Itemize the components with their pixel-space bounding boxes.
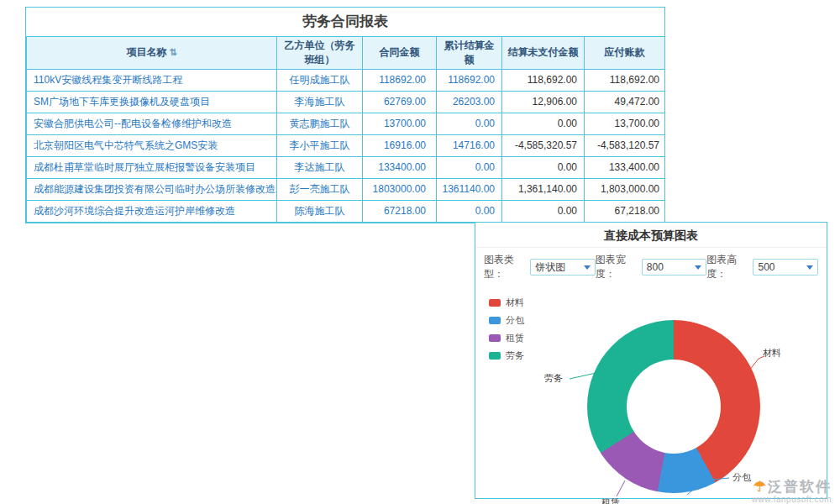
project-name-cell[interactable]: 北京朝阳区电气中芯特气系统之GMS安装 bbox=[27, 134, 277, 156]
contract-amount-cell: 62769.00 bbox=[363, 91, 437, 113]
unit-cell[interactable]: 黄志鹏施工队 bbox=[277, 113, 363, 134]
contract-amount-cell: 118692.00 bbox=[363, 69, 437, 91]
unpaid-amount-cell: 0.00 bbox=[502, 113, 585, 134]
column-header-project[interactable]: 项目名称⇅ bbox=[27, 37, 277, 70]
chart-type-select[interactable]: 饼状图 bbox=[530, 259, 596, 276]
unpaid-amount-cell: -4,585,320.57 bbox=[502, 134, 585, 156]
payable-cell: 133,400.00 bbox=[585, 156, 665, 178]
legend-swatch bbox=[489, 334, 501, 342]
donut-hole bbox=[627, 360, 721, 454]
chart-width-select[interactable]: 800 bbox=[642, 259, 707, 276]
legend-label: 材料 bbox=[506, 297, 524, 309]
column-header-payable: 应付账款 bbox=[585, 37, 665, 70]
legend-label: 劳务 bbox=[506, 349, 524, 362]
contract-amount-cell: 1803000.00 bbox=[363, 178, 437, 200]
unpaid-amount-cell: 0.00 bbox=[502, 200, 585, 222]
legend-item[interactable]: 租赁 bbox=[489, 332, 524, 344]
column-header-settled-amount: 累计结算金额 bbox=[437, 37, 502, 70]
legend-item[interactable]: 劳务 bbox=[489, 349, 524, 362]
slice-label-labor: 劳务 bbox=[544, 372, 563, 385]
column-header-contract-amount: 合同金额 bbox=[363, 37, 437, 70]
chart-type-value: 饼状图 bbox=[535, 260, 565, 275]
unit-cell[interactable]: 彭一亮施工队 bbox=[277, 178, 363, 200]
table-row: 110kV安徽线程集变开断线路工程任明成施工队118692.00118692.0… bbox=[27, 69, 665, 91]
brand-url: www.fanpusoft.com bbox=[752, 495, 832, 504]
chart-width-value: 800 bbox=[647, 261, 664, 273]
settled-amount-cell: 0.00 bbox=[437, 200, 502, 222]
chart-legend: 材料分包租赁劳务 bbox=[489, 297, 524, 367]
chart-type-control: 图表类型： 饼状图 bbox=[484, 253, 596, 281]
settled-amount-cell: 1361140.00 bbox=[437, 178, 502, 200]
chart-width-label: 图表宽度： bbox=[596, 253, 640, 281]
chart-controls: 图表类型： 饼状图 图表宽度： 800 图表高度： 500 bbox=[475, 248, 827, 285]
payable-cell: 67,218.00 bbox=[585, 200, 665, 222]
table-header-row: 项目名称⇅ 乙方单位（劳务班组） 合同金额 累计结算金额 结算未支付金额 应付账… bbox=[27, 37, 665, 70]
unit-cell[interactable]: 陈海施工队 bbox=[277, 200, 363, 222]
sort-icon[interactable]: ⇅ bbox=[169, 47, 176, 57]
table-row: 安徽合肥供电公司--配电设备检修维护和改造黄志鹏施工队13700.000.000… bbox=[27, 113, 665, 134]
table-row: 成都杜甫草堂临时展厅独立展柜报警设备安装项目李达施工队133400.000.00… bbox=[27, 156, 665, 178]
payable-cell: -4,583,120.57 bbox=[585, 134, 665, 156]
column-header-label: 项目名称 bbox=[126, 46, 166, 58]
column-header-unit: 乙方单位（劳务班组） bbox=[277, 37, 363, 70]
unit-cell[interactable]: 李小平施工队 bbox=[277, 134, 363, 156]
report-table: 项目名称⇅ 乙方单位（劳务班组） 合同金额 累计结算金额 结算未支付金额 应付账… bbox=[26, 36, 665, 223]
umbrella-logo-icon: ☂ bbox=[753, 479, 766, 495]
settled-amount-cell: 118692.00 bbox=[437, 69, 502, 91]
settled-amount-cell: 26203.00 bbox=[437, 91, 502, 113]
column-header-unpaid-amount: 结算未支付金额 bbox=[502, 37, 585, 70]
project-name-cell[interactable]: 成都杜甫草堂临时展厅独立展柜报警设备安装项目 bbox=[27, 156, 277, 178]
labor-contract-report-panel: 劳务合同报表 项目名称⇅ 乙方单位（劳务班组） 合同金额 累计结算金额 结算未支… bbox=[25, 7, 665, 223]
legend-swatch bbox=[489, 352, 501, 360]
brand-watermark: ☂泛普软件 www.fanpusoft.com bbox=[752, 480, 832, 504]
label-line bbox=[617, 480, 625, 496]
legend-label: 分包 bbox=[506, 314, 524, 327]
chevron-down-icon bbox=[584, 265, 591, 270]
unit-cell[interactable]: 任明成施工队 bbox=[277, 69, 363, 91]
unit-cell[interactable]: 李达施工队 bbox=[277, 156, 363, 178]
brand-text: 泛普软件 bbox=[768, 479, 832, 495]
settled-amount-cell: 14716.00 bbox=[437, 134, 502, 156]
chart-height-label: 图表高度： bbox=[706, 253, 751, 281]
payable-cell: 49,472.00 bbox=[585, 91, 665, 113]
table-row: SM广场地下车库更换摄像机及硬盘项目李海施工队62769.0026203.001… bbox=[27, 91, 665, 113]
legend-label: 租赁 bbox=[506, 332, 524, 344]
contract-amount-cell: 16916.00 bbox=[363, 134, 437, 156]
settled-amount-cell: 0.00 bbox=[437, 113, 502, 134]
report-table-body: 110kV安徽线程集变开断线路工程任明成施工队118692.00118692.0… bbox=[27, 69, 665, 222]
unpaid-amount-cell: 0.00 bbox=[502, 156, 585, 178]
pie-chart-area: 材料分包租赁劳务 材料 分包 租赁 劳务 bbox=[475, 285, 827, 496]
chart-type-label: 图表类型： bbox=[484, 253, 528, 281]
donut-chart[interactable] bbox=[587, 320, 760, 493]
project-name-cell[interactable]: 安徽合肥供电公司--配电设备检修维护和改造 bbox=[27, 113, 277, 134]
legend-item[interactable]: 分包 bbox=[489, 314, 524, 327]
chart-height-select[interactable]: 500 bbox=[753, 259, 818, 276]
slice-label-lease: 租赁 bbox=[601, 496, 620, 504]
contract-amount-cell: 67218.00 bbox=[363, 200, 437, 222]
report-title: 劳务合同报表 bbox=[26, 8, 664, 36]
unpaid-amount-cell: 12,906.00 bbox=[502, 91, 585, 113]
project-name-cell[interactable]: SM广场地下车库更换摄像机及硬盘项目 bbox=[27, 91, 277, 113]
payable-cell: 13,700.00 bbox=[585, 113, 665, 134]
chart-height-value: 500 bbox=[758, 261, 774, 273]
unit-cell[interactable]: 李海施工队 bbox=[277, 91, 363, 113]
unpaid-amount-cell: 1,361,140.00 bbox=[502, 178, 585, 200]
chevron-down-icon bbox=[806, 265, 813, 270]
payable-cell: 118,692.00 bbox=[585, 69, 665, 91]
table-row: 北京朝阳区电气中芯特气系统之GMS安装李小平施工队16916.0014716.0… bbox=[27, 134, 665, 156]
chart-title: 直接成本预算图表 bbox=[475, 223, 827, 248]
payable-cell: 1,803,000.00 bbox=[585, 178, 665, 200]
project-name-cell[interactable]: 成都沙河环境综合提升改造运河护岸维修改造 bbox=[27, 200, 277, 222]
unpaid-amount-cell: 118,692.00 bbox=[502, 69, 585, 91]
slice-label-subcontract: 分包 bbox=[732, 471, 751, 484]
project-name-cell[interactable]: 成都能源建设集团投资有限公司临时办公场所装修改造工程EPC bbox=[27, 178, 277, 200]
column-header-label: 合同金额 bbox=[380, 46, 420, 58]
chevron-down-icon bbox=[695, 265, 701, 270]
cost-budget-chart-panel: 直接成本预算图表 图表类型： 饼状图 图表宽度： 800 图表高度： 500 材… bbox=[475, 222, 827, 499]
chart-height-control: 图表高度： 500 bbox=[706, 253, 818, 281]
project-name-cell[interactable]: 110kV安徽线程集变开断线路工程 bbox=[27, 69, 277, 91]
slice-label-material: 材料 bbox=[763, 347, 781, 360]
column-header-label: 应付账款 bbox=[605, 46, 645, 58]
table-row: 成都沙河环境综合提升改造运河护岸维修改造陈海施工队67218.000.000.0… bbox=[27, 200, 665, 222]
legend-item[interactable]: 材料 bbox=[489, 297, 524, 309]
